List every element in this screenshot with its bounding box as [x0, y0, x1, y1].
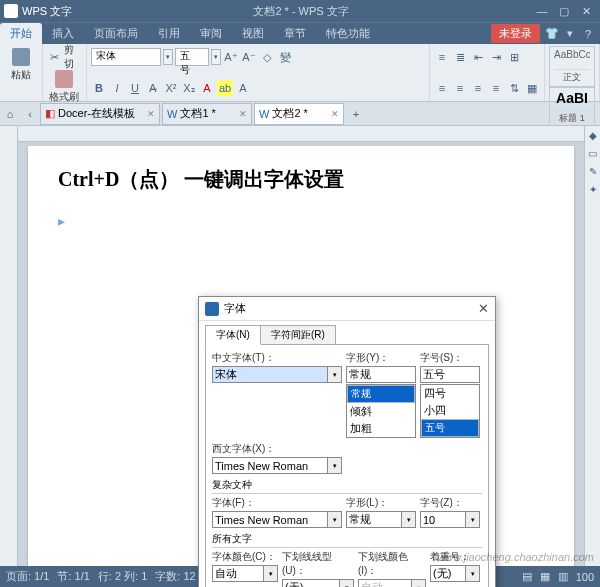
- chevron-down-icon[interactable]: ▾: [411, 580, 425, 587]
- minimize-icon[interactable]: —: [532, 3, 552, 19]
- numbering-icon[interactable]: ≣: [452, 49, 468, 65]
- complex-font-select[interactable]: Times New Roman▾: [212, 511, 342, 528]
- strike-icon[interactable]: A̶: [145, 80, 161, 96]
- opt-bold[interactable]: 加粗: [347, 420, 415, 437]
- home-icon[interactable]: ⌂: [0, 104, 20, 124]
- shading-icon[interactable]: ▦: [524, 80, 540, 96]
- menu-min-icon[interactable]: ▾: [562, 26, 578, 42]
- complex-style-select[interactable]: 常规▾: [346, 511, 416, 528]
- justify-icon[interactable]: ≡: [488, 80, 504, 96]
- shrink-font-icon[interactable]: A⁻: [241, 49, 257, 65]
- view-outline-icon[interactable]: ▥: [558, 570, 568, 583]
- close-icon[interactable]: ✕: [576, 3, 596, 19]
- chinese-font-select[interactable]: 宋体▾: [212, 366, 342, 383]
- size-listbox[interactable]: 四号 小四 五号: [420, 384, 480, 438]
- close-tab-icon[interactable]: ✕: [147, 109, 155, 119]
- status-sec[interactable]: 节: 1/1: [57, 569, 89, 584]
- style-listbox[interactable]: 常规 倾斜 加粗: [346, 384, 416, 438]
- emphasis-select[interactable]: (无)▾: [430, 565, 480, 582]
- login-button[interactable]: 未登录: [491, 24, 540, 43]
- opt-s4s[interactable]: 小四: [421, 402, 479, 419]
- size-input[interactable]: 五号: [420, 366, 480, 383]
- close-tab-icon[interactable]: ✕: [239, 109, 247, 119]
- dlg-tab-font[interactable]: 字体(N): [205, 325, 261, 345]
- bullets-icon[interactable]: ≡: [434, 49, 450, 65]
- underline-icon[interactable]: U: [127, 80, 143, 96]
- font-select[interactable]: 宋体: [91, 48, 161, 66]
- line-spacing-icon[interactable]: ⇅: [506, 80, 522, 96]
- chevron-down-icon[interactable]: ▾: [465, 566, 479, 581]
- superscript-icon[interactable]: X²: [163, 80, 179, 96]
- dialog-close-icon[interactable]: ✕: [478, 301, 489, 316]
- tab-section[interactable]: 章节: [274, 23, 316, 44]
- size-select[interactable]: 五号: [175, 48, 209, 66]
- font-dropdown-icon[interactable]: ▾: [163, 49, 173, 65]
- opt-s4[interactable]: 四号: [421, 385, 479, 402]
- tab-references[interactable]: 引用: [148, 23, 190, 44]
- paste-button[interactable]: 粘贴: [4, 46, 38, 84]
- underline-select[interactable]: (无)▾: [282, 579, 354, 587]
- tab-review[interactable]: 审阅: [190, 23, 232, 44]
- chevron-down-icon[interactable]: ▾: [263, 566, 277, 581]
- style-h1[interactable]: AaBI标题 1: [549, 87, 595, 128]
- complex-size-select[interactable]: 10▾: [420, 511, 480, 528]
- back-icon[interactable]: ‹: [20, 104, 40, 124]
- align-center-icon[interactable]: ≡: [452, 80, 468, 96]
- tab-icon[interactable]: ⊞: [506, 49, 522, 65]
- settings-icon[interactable]: ✦: [585, 180, 600, 198]
- phonetic-icon[interactable]: 變: [277, 49, 293, 65]
- view-print-icon[interactable]: ▤: [522, 570, 532, 583]
- char-border-icon[interactable]: A: [235, 80, 251, 96]
- select-icon[interactable]: ▭: [585, 144, 600, 162]
- chevron-down-icon[interactable]: ▾: [327, 458, 341, 473]
- tool-icon[interactable]: ✎: [585, 162, 600, 180]
- tab-start[interactable]: 开始: [0, 23, 42, 44]
- grow-font-icon[interactable]: A⁺: [223, 49, 239, 65]
- clear-format-icon[interactable]: ◇: [259, 49, 275, 65]
- italic-icon[interactable]: I: [109, 80, 125, 96]
- font-color-select[interactable]: 自动▾: [212, 565, 278, 582]
- status-words[interactable]: 字数: 12: [155, 569, 195, 584]
- view-web-icon[interactable]: ▦: [540, 570, 550, 583]
- close-tab-icon[interactable]: ✕: [331, 109, 339, 119]
- chevron-down-icon[interactable]: ▾: [465, 512, 479, 527]
- tab-special[interactable]: 特色功能: [316, 23, 380, 44]
- zoom-value[interactable]: 100: [576, 571, 594, 583]
- western-font-select[interactable]: Times New Roman▾: [212, 457, 342, 474]
- indent-dec-icon[interactable]: ⇤: [470, 49, 486, 65]
- bold-icon[interactable]: B: [91, 80, 107, 96]
- format-brush-button[interactable]: 格式刷: [47, 68, 81, 106]
- dialog-titlebar[interactable]: 字体 ✕: [199, 297, 495, 321]
- subscript-icon[interactable]: X₂: [181, 80, 197, 96]
- chevron-down-icon[interactable]: ▾: [327, 367, 341, 382]
- align-left-icon[interactable]: ≡: [434, 80, 450, 96]
- doctab-docer[interactable]: ◧Docer-在线模板✕: [40, 103, 160, 125]
- style-normal[interactable]: AaBbCcDd正文: [549, 46, 595, 87]
- chevron-down-icon[interactable]: ▾: [327, 512, 341, 527]
- doctab-doc2[interactable]: W文档2 *✕: [254, 103, 344, 125]
- highlight-icon[interactable]: ab: [217, 80, 233, 96]
- skin-icon[interactable]: 👕: [544, 26, 560, 42]
- align-right-icon[interactable]: ≡: [470, 80, 486, 96]
- opt-s5[interactable]: 五号: [421, 419, 479, 437]
- help-icon[interactable]: ?: [580, 26, 596, 42]
- tab-layout[interactable]: 页面布局: [84, 23, 148, 44]
- doctab-doc1[interactable]: W文档1 *✕: [162, 103, 252, 125]
- opt-regular[interactable]: 常规: [347, 385, 415, 403]
- chevron-down-icon[interactable]: ▾: [339, 580, 353, 587]
- cut-icon[interactable]: ✂: [47, 49, 62, 65]
- chevron-down-icon[interactable]: ▾: [401, 512, 415, 527]
- style-input[interactable]: 常规: [346, 366, 416, 383]
- new-tab-icon[interactable]: +: [346, 104, 366, 124]
- ul-color-select[interactable]: 自动▾: [358, 579, 426, 587]
- font-color-icon[interactable]: A: [199, 80, 215, 96]
- maximize-icon[interactable]: ▢: [554, 3, 574, 19]
- tab-insert[interactable]: 插入: [42, 23, 84, 44]
- opt-italic[interactable]: 倾斜: [347, 403, 415, 420]
- nav-icon[interactable]: ◆: [585, 126, 600, 144]
- size-dropdown-icon[interactable]: ▾: [211, 49, 221, 65]
- status-page[interactable]: 页面: 1/1: [6, 569, 49, 584]
- dlg-tab-spacing[interactable]: 字符间距(R): [260, 325, 336, 345]
- tab-view[interactable]: 视图: [232, 23, 274, 44]
- indent-inc-icon[interactable]: ⇥: [488, 49, 504, 65]
